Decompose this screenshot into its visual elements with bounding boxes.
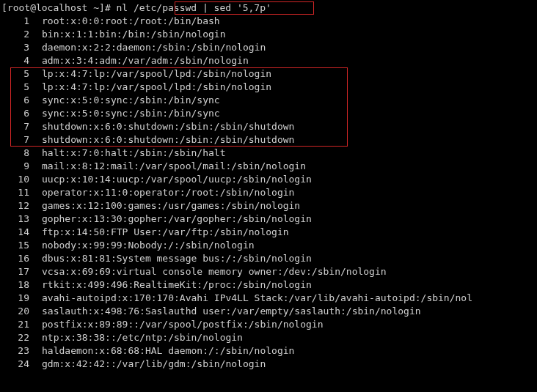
output-row: 7shutdown:x:6:0:shutdown:/sbin:/sbin/shu… [0,120,537,133]
line-text: vcsa:x:69:69:virtual console memory owne… [42,265,387,278]
line-text: ftp:x:14:50:FTP User:/var/ftp:/sbin/nolo… [42,226,289,239]
output-row: 21postfix:x:89:89::/var/spool/postfix:/s… [0,318,537,331]
terminal[interactable]: [root@localhost ~]# nl /etc/passwd | sed… [0,0,537,371]
line-number: 22 [1,331,29,344]
line-text: lp:x:4:7:lp:/var/spool/lpd:/sbin/nologin [42,67,271,81]
output-row: 12games:x:12:100:games:/usr/games:/sbin/… [0,199,537,212]
line-number: 1 [1,15,29,28]
line-number: 11 [1,186,29,199]
line-number: 15 [1,239,29,252]
line-number: 13 [1,212,29,226]
line-text: gdm:x:42:42::/var/lib/gdm:/sbin/nologin [42,358,266,371]
output-row: 6sync:x:5:0:sync:/sbin:/bin/sync [0,107,537,120]
line-number: 19 [1,292,29,305]
line-text: root:x:0:0:root:/root:/bin/bash [42,15,220,28]
output-row: 5lp:x:4:7:lp:/var/spool/lpd:/sbin/nologi… [0,67,537,81]
output-row: 14ftp:x:14:50:FTP User:/var/ftp:/sbin/no… [0,226,537,239]
output-row: 1root:x:0:0:root:/root:/bin/bash [0,15,537,28]
output-row: 11operator:x:11:0:operator:/root:/sbin/n… [0,186,537,199]
output-row: 18rtkit:x:499:496:RealtimeKit:/proc:/sbi… [0,278,537,292]
line-text: rtkit:x:499:496:RealtimeKit:/proc:/sbin/… [42,278,312,292]
line-text: gopher:x:13:30:gopher:/var/gopher:/sbin/… [42,212,312,226]
output-row: 17vcsa:x:69:69:virtual console memory ow… [0,265,537,278]
line-number: 5 [1,81,29,94]
line-number: 24 [1,358,29,371]
line-number: 5 [1,67,29,81]
line-text: saslauth:x:498:76:Saslauthd user:/var/em… [42,305,421,318]
line-number: 12 [1,199,29,212]
line-text: adm:x:3:4:adm:/var/adm:/sbin/nologin [42,54,249,67]
line-text: ntp:x:38:38::/etc/ntp:/sbin/nologin [42,331,243,344]
output-row: 2bin:x:1:1:bin:/bin:/sbin/nologin [0,28,537,41]
output-row: 22ntp:x:38:38::/etc/ntp:/sbin/nologin [0,331,537,344]
output-row: 8halt:x:7:0:halt:/sbin:/sbin/halt [0,147,537,160]
line-text: nobody:x:99:99:Nobody:/:/sbin/nologin [42,239,255,252]
line-text: lp:x:4:7:lp:/var/spool/lpd:/sbin/nologin [42,81,271,94]
line-text: avahi-autoipd:x:170:170:Avahi IPv4LL Sta… [42,292,472,305]
line-number: 17 [1,265,29,278]
line-number: 8 [1,147,29,160]
line-number: 6 [1,94,29,107]
line-text: shutdown:x:6:0:shutdown:/sbin:/sbin/shut… [42,120,294,133]
output-row: 9mail:x:8:12:mail:/var/spool/mail:/sbin/… [0,160,537,173]
command-output: 1root:x:0:0:root:/root:/bin/bash2bin:x:1… [0,15,537,371]
line-text: uucp:x:10:14:uucp:/var/spool/uucp:/sbin/… [42,173,312,186]
output-row: 20saslauth:x:498:76:Saslauthd user:/var/… [0,305,537,318]
line-text: postfix:x:89:89::/var/spool/postfix:/sbi… [42,318,324,331]
output-row: 4adm:x:3:4:adm:/var/adm:/sbin/nologin [0,54,537,67]
line-text: haldaemon:x:68:68:HAL daemon:/:/sbin/nol… [42,344,294,358]
output-row: 19avahi-autoipd:x:170:170:Avahi IPv4LL S… [0,292,537,305]
line-text: operator:x:11:0:operator:/root:/sbin/nol… [42,186,294,199]
line-number: 7 [1,120,29,133]
output-row: 24gdm:x:42:42::/var/lib/gdm:/sbin/nologi… [0,358,537,371]
line-number: 20 [1,305,29,318]
line-number: 10 [1,173,29,186]
line-text: mail:x:8:12:mail:/var/spool/mail:/sbin/n… [42,160,306,173]
output-row: 16dbus:x:81:81:System message bus:/:/sbi… [0,252,537,265]
line-text: dbus:x:81:81:System message bus:/:/sbin/… [42,252,312,265]
line-number: 2 [1,28,29,41]
line-number: 21 [1,318,29,331]
line-number: 23 [1,344,29,358]
line-number: 14 [1,226,29,239]
line-text: daemon:x:2:2:daemon:/sbin:/sbin/nologin [42,41,266,54]
output-row: 3daemon:x:2:2:daemon:/sbin:/sbin/nologin [0,41,537,54]
output-row: 5lp:x:4:7:lp:/var/spool/lpd:/sbin/nologi… [0,81,537,94]
output-row: 15nobody:x:99:99:Nobody:/:/sbin/nologin [0,239,537,252]
line-number: 7 [1,133,29,147]
line-number: 9 [1,160,29,173]
line-text: sync:x:5:0:sync:/sbin:/bin/sync [42,107,220,120]
line-text: shutdown:x:6:0:shutdown:/sbin:/sbin/shut… [42,133,294,147]
line-number: 4 [1,54,29,67]
line-number: 18 [1,278,29,292]
line-number: 16 [1,252,29,265]
line-text: games:x:12:100:games:/usr/games:/sbin/no… [42,199,300,212]
line-text: sync:x:5:0:sync:/sbin:/bin/sync [42,94,220,107]
line-number: 3 [1,41,29,54]
line-text: halt:x:7:0:halt:/sbin:/sbin/halt [42,147,225,160]
prompt-row: [root@localhost ~]# nl /etc/passwd | sed… [0,1,537,15]
output-row: 10uucp:x:10:14:uucp:/var/spool/uucp:/sbi… [0,173,537,186]
line-number: 6 [1,107,29,120]
line-text: bin:x:1:1:bin:/bin:/sbin/nologin [42,28,225,41]
prompt-text: [root@localhost ~]# nl /etc/passwd | sed… [1,1,271,15]
output-row: 6sync:x:5:0:sync:/sbin:/bin/sync [0,94,537,107]
output-row: 7shutdown:x:6:0:shutdown:/sbin:/sbin/shu… [0,133,537,147]
output-row: 23haldaemon:x:68:68:HAL daemon:/:/sbin/n… [0,344,537,358]
output-row: 13gopher:x:13:30:gopher:/var/gopher:/sbi… [0,212,537,226]
